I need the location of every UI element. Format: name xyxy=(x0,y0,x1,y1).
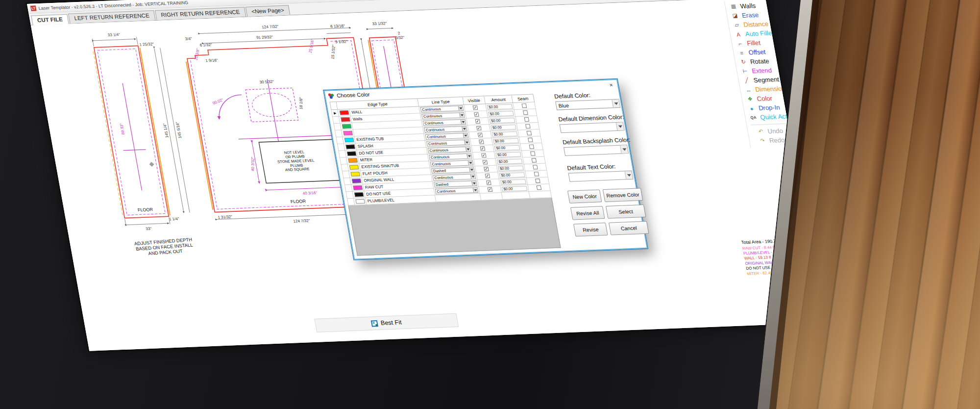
color-swatch[interactable] xyxy=(350,172,360,177)
visible-checkbox[interactable]: ✓ xyxy=(485,174,490,178)
revise-all-button[interactable]: Revise All xyxy=(570,206,605,220)
visible-checkbox[interactable]: ✓ xyxy=(486,180,491,185)
amount-input[interactable]: $0.00 xyxy=(493,138,519,144)
line-type-dropdown[interactable]: Continuous xyxy=(425,133,469,140)
color-swatch[interactable] xyxy=(341,117,350,122)
amount-input[interactable]: $0.00 xyxy=(488,111,514,117)
cad-label: FLOOR xyxy=(137,207,153,213)
seam-checkbox[interactable] xyxy=(532,158,537,162)
select-button[interactable]: Select xyxy=(606,204,646,219)
line-type-dropdown[interactable]: Continuous xyxy=(421,112,465,119)
tool-label-offset: Offset xyxy=(748,48,766,56)
visible-checkbox[interactable]: ✓ xyxy=(475,119,481,124)
swatch-cell xyxy=(338,109,350,117)
tool-label-auto-fillet: Auto Fillet xyxy=(745,29,774,38)
visible-checkbox[interactable]: ✓ xyxy=(474,112,479,117)
cad-label: 2 3/32" xyxy=(394,31,405,40)
tab-new-page[interactable]: <New Page> xyxy=(245,5,290,17)
seam-checkbox[interactable] xyxy=(527,131,532,135)
amount-input[interactable]: $0.00 xyxy=(497,158,523,164)
default-color-dropdown[interactable]: Blue xyxy=(555,99,620,110)
swatch-cell xyxy=(344,143,357,151)
line-type-dropdown[interactable]: Continuous xyxy=(424,126,467,133)
visible-checkbox[interactable]: ✓ xyxy=(476,126,482,130)
color-swatch[interactable] xyxy=(355,199,365,204)
line-type-dropdown[interactable]: Continuous xyxy=(435,187,479,194)
line-type-dropdown[interactable]: Dashed xyxy=(431,167,475,174)
chevron-down-icon xyxy=(612,100,620,107)
cad-label: 30 5/32" xyxy=(259,79,274,85)
line-type-value: Dashed xyxy=(435,182,448,187)
rotate-arrow-icon: ↻ xyxy=(739,59,748,66)
line-type-dropdown[interactable]: Continuous xyxy=(429,153,472,160)
default-backsplash-color-dropdown[interactable] xyxy=(564,145,629,156)
seam-checkbox[interactable] xyxy=(529,145,535,149)
visible-checkbox[interactable]: ✓ xyxy=(484,167,489,171)
close-icon[interactable]: × xyxy=(608,81,615,88)
amount-input[interactable]: $0.00 xyxy=(502,186,528,192)
seam-checkbox[interactable] xyxy=(525,124,531,128)
swatch-cell xyxy=(351,184,364,192)
cancel-button[interactable]: Cancel xyxy=(609,221,649,235)
cad-label: 91 29/32" xyxy=(256,35,273,40)
color-swatch[interactable] xyxy=(351,179,361,183)
default-text-color-dropdown[interactable] xyxy=(568,171,633,182)
amount-input[interactable]: $0.00 xyxy=(492,131,518,137)
seam-checkbox[interactable] xyxy=(522,103,527,108)
color-swatch[interactable] xyxy=(354,192,364,197)
line-type-dropdown[interactable]: Continuous xyxy=(430,160,474,167)
cad-label: 124 7/32" xyxy=(262,25,279,30)
default-dimension-color-dropdown[interactable] xyxy=(560,122,625,133)
line-type-dropdown[interactable]: Continuous xyxy=(433,174,476,180)
amount-input[interactable]: $0.00 xyxy=(500,179,526,185)
amount-input[interactable]: $0.00 xyxy=(499,172,525,178)
seam-checkbox[interactable] xyxy=(530,151,536,155)
seam-checkbox[interactable] xyxy=(535,179,540,183)
new-color-button[interactable]: New Color xyxy=(567,189,602,203)
color-swatch[interactable] xyxy=(346,151,356,156)
amount-input[interactable]: $0.00 xyxy=(498,165,524,171)
cad-label: 1 1/4" xyxy=(169,217,179,222)
line-type-dropdown[interactable]: Continuous xyxy=(420,105,464,112)
seam-checkbox[interactable] xyxy=(537,185,542,190)
line-type-dropdown[interactable]: Continuous xyxy=(423,119,466,126)
seam-checkbox[interactable] xyxy=(523,110,528,115)
cad-label: 33" xyxy=(146,227,152,231)
cad-label: 9 1/32" xyxy=(335,39,348,44)
cad-label: 6 13/16" xyxy=(330,24,345,29)
remove-color-button[interactable]: Remove Color xyxy=(603,188,643,202)
revise-button[interactable]: Revise xyxy=(573,223,608,236)
seam-checkbox[interactable] xyxy=(534,172,539,176)
color-swatch[interactable] xyxy=(348,158,358,163)
line-type-dropdown[interactable]: Continuous xyxy=(428,146,471,153)
amount-input[interactable]: $0.00 xyxy=(490,117,515,123)
seam-checkbox[interactable] xyxy=(524,117,530,122)
visible-checkbox[interactable]: ✓ xyxy=(479,139,484,144)
color-swatch[interactable] xyxy=(345,145,355,150)
amount-input[interactable]: $0.00 xyxy=(487,104,513,110)
line-type-value: Continuous xyxy=(425,128,445,132)
chevron-down-icon xyxy=(473,188,478,192)
segment-line-icon: ╱ xyxy=(742,77,751,84)
color-swatch[interactable] xyxy=(339,110,349,115)
visible-checkbox[interactable]: ✓ xyxy=(478,133,483,137)
line-type-dropdown[interactable]: Dashed xyxy=(434,180,477,187)
seam-checkbox[interactable] xyxy=(533,165,538,169)
color-swatch[interactable] xyxy=(344,138,354,143)
visible-checkbox[interactable]: ✓ xyxy=(481,153,487,157)
visible-checkbox[interactable]: ✓ xyxy=(473,105,478,110)
color-swatch[interactable] xyxy=(342,124,351,129)
visible-checkbox[interactable]: ✓ xyxy=(480,146,486,151)
visible-checkbox[interactable]: ✓ xyxy=(488,187,493,192)
seam-checkbox[interactable] xyxy=(528,138,533,142)
visible-checkbox[interactable]: ✓ xyxy=(483,160,488,164)
best-fit-button[interactable]: Best Fit xyxy=(380,319,402,327)
amount-input[interactable]: $0.00 xyxy=(494,145,520,151)
line-type-dropdown[interactable]: Continuous xyxy=(426,140,470,147)
amount-input[interactable]: $0.00 xyxy=(495,152,521,157)
color-swatch[interactable] xyxy=(349,165,359,170)
drawing-canvas[interactable]: 33 1/4"1 25/32"88.93°145 1/4"145 5/16"FL… xyxy=(31,0,824,351)
amount-input[interactable]: $0.00 xyxy=(490,124,516,130)
color-swatch[interactable] xyxy=(353,185,363,190)
color-swatch[interactable] xyxy=(343,131,353,136)
